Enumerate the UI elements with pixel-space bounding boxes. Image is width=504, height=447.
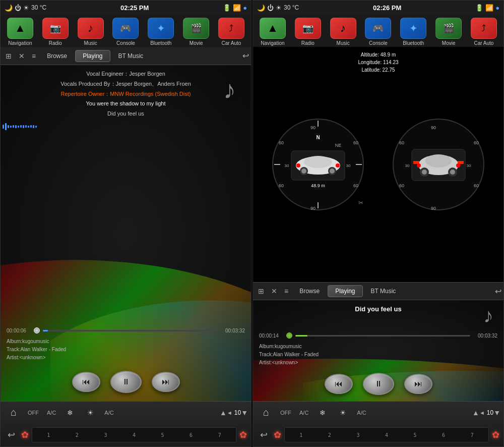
- equalizer-icon-right[interactable]: ⊞: [255, 285, 267, 297]
- volume-control-right[interactable]: ▲: [472, 409, 479, 417]
- wifi-icon-right: 📶: [485, 4, 493, 12]
- app-icons-bar-right: ▲ Navigation 📷 Radio ♪ Music 🎮 Console ✦…: [253, 15, 503, 47]
- seg-6-left: 6: [190, 432, 193, 438]
- svg-text:60: 60: [474, 183, 479, 188]
- back-tab-icon-left[interactable]: ↩: [242, 51, 249, 61]
- app-item-bluetooth-right[interactable]: ✦ Bluetooth: [397, 18, 430, 46]
- battery-icon: 🔋: [223, 4, 231, 12]
- prev-button-left[interactable]: ⏮: [72, 372, 100, 392]
- progress-circle-right[interactable]: [286, 332, 292, 339]
- next-button-left[interactable]: ⏭: [152, 372, 180, 392]
- bluetooth-icon-btn-right[interactable]: ✦: [400, 18, 426, 39]
- music-icon-btn[interactable]: ♪: [78, 18, 104, 39]
- tab-playing-right[interactable]: Playing: [328, 285, 362, 297]
- vol-up-arrow-right[interactable]: ▲: [472, 409, 479, 417]
- app-item-radio[interactable]: 📷 Radio: [39, 18, 72, 46]
- app-item-music-right[interactable]: ♪ Music: [327, 18, 360, 46]
- vol-down-arrow-left[interactable]: ▼: [241, 409, 248, 417]
- time-display-left: 02:25 PM: [120, 4, 149, 12]
- seg-5-right: 5: [414, 432, 417, 438]
- moon-icon-right: 🌙: [257, 4, 265, 12]
- fan-ctrl-icon-right[interactable]: ❄: [312, 404, 333, 422]
- radio-icon-btn[interactable]: 📷: [42, 18, 69, 39]
- bottom-top-left: ⌂ OFF A/C ❄ ☀ A/C ▲ ◄ 10 ▼: [1, 402, 251, 424]
- off-label-right: OFF: [276, 410, 295, 416]
- seg-5-left: 5: [161, 432, 164, 438]
- back-tab-icon-right[interactable]: ↩: [495, 287, 501, 296]
- movie-label: Movie: [190, 40, 203, 46]
- vol-up-arrow-left[interactable]: ▲: [220, 409, 227, 417]
- navigation-icon-btn[interactable]: ▲: [7, 18, 33, 39]
- seg-1-right: 1: [299, 432, 302, 438]
- svg-text:60: 60: [279, 183, 284, 188]
- volume-down-control-left[interactable]: ▼: [241, 409, 248, 417]
- equalizer-icon[interactable]: ⊞: [3, 50, 15, 62]
- svg-text:NE: NE: [335, 143, 342, 148]
- app-item-navigation[interactable]: ▲ Navigation: [4, 18, 37, 46]
- tab-playing-left[interactable]: Playing: [75, 50, 110, 62]
- mini-lyric-text: Did you feel us: [355, 305, 401, 313]
- moon-icon: 🌙: [5, 4, 13, 12]
- status-right-icons: 🔋 📶 ●: [223, 4, 247, 12]
- status-bar-right: 🌙 ⏻ ☀ 30 °C 02:26 PM 🔋 📶 ●: [253, 1, 503, 15]
- carauto-icon-btn-right[interactable]: ⤴: [471, 18, 497, 39]
- volume-number-left: 10: [234, 409, 241, 416]
- tab-btmusic-right[interactable]: BT Music: [364, 286, 403, 297]
- navigation-icon-btn-right[interactable]: ▲: [260, 18, 286, 39]
- tab-btmusic-left[interactable]: BT Music: [111, 50, 151, 62]
- heat-ctrl-icon-left[interactable]: ☀: [80, 404, 100, 422]
- list-icon-right[interactable]: ≡: [281, 285, 291, 297]
- progress-track-right[interactable]: [295, 335, 470, 337]
- music-icon-btn-right[interactable]: ♪: [330, 18, 356, 39]
- progress-circle-left[interactable]: [34, 327, 40, 333]
- power-icon-right: ⏻: [267, 4, 274, 12]
- fan-ctrl-icon-left[interactable]: ❄: [60, 404, 80, 422]
- volume-control-left[interactable]: ▲: [220, 409, 227, 417]
- app-item-music[interactable]: ♪ Music: [74, 18, 107, 46]
- tab-browse-right[interactable]: Browse: [292, 286, 327, 297]
- back-button-left[interactable]: ↩: [5, 429, 18, 440]
- home-button-right[interactable]: ⌂: [256, 404, 276, 422]
- app-item-radio-right[interactable]: 📷 Radio: [291, 18, 325, 46]
- pause-button-right[interactable]: ⏸: [363, 373, 394, 395]
- app-item-carauto[interactable]: ⤴ Car Auto: [215, 18, 248, 46]
- bottom-bar-right: ⌂ OFF A/C ❄ ☀ A/C ▲ ◄ 10 ▼ ↩ ✿ 1 2 3: [253, 401, 503, 446]
- console-icon-btn[interactable]: 🎮: [112, 18, 139, 39]
- app-item-movie[interactable]: 🎬 Movie: [179, 18, 213, 46]
- ac-label-left: A/C: [43, 410, 60, 416]
- home-button-left[interactable]: ⌂: [4, 404, 24, 422]
- tab-browse-left[interactable]: Browse: [40, 50, 74, 62]
- next-button-right[interactable]: ⏭: [404, 374, 432, 394]
- app-item-bluetooth[interactable]: ✦ Bluetooth: [144, 18, 177, 46]
- back-button-right[interactable]: ↩: [257, 429, 271, 440]
- svg-text:30: 30: [346, 163, 351, 168]
- radio-icon-btn-right[interactable]: 📷: [295, 18, 321, 39]
- list-icon[interactable]: ≡: [29, 50, 39, 62]
- app-item-console[interactable]: 🎮 Console: [109, 18, 142, 46]
- close-icon[interactable]: ✕: [16, 50, 28, 62]
- bluetooth-icon: ●: [243, 4, 247, 12]
- app-item-movie-right[interactable]: 🎬 Movie: [432, 18, 465, 46]
- svg-text:90: 90: [310, 206, 316, 211]
- console-icon-btn-right[interactable]: 🎮: [365, 18, 391, 39]
- volume-speaker-icon-right: ◄: [479, 410, 485, 416]
- heat-ctrl-icon-right[interactable]: ☀: [333, 404, 353, 422]
- bluetooth-icon-right: ●: [495, 4, 499, 12]
- app-item-console-right[interactable]: 🎮 Console: [361, 18, 395, 46]
- bluetooth-icon-btn[interactable]: ✦: [148, 18, 174, 39]
- svg-point-43: [450, 170, 455, 175]
- carauto-icon-btn[interactable]: ⤴: [218, 18, 244, 39]
- volume-down-control-right[interactable]: ▼: [493, 409, 500, 417]
- app-item-navigation-right[interactable]: ▲ Navigation: [256, 18, 289, 46]
- movie-icon-btn-right[interactable]: 🎬: [435, 18, 462, 39]
- prev-button-right[interactable]: ⏮: [325, 374, 353, 394]
- progress-bar-row-left: 00:00:06 00:03:32: [7, 327, 245, 333]
- movie-icon-btn[interactable]: 🎬: [183, 18, 209, 39]
- svg-text:90: 90: [431, 206, 436, 211]
- svg-text:60: 60: [399, 183, 404, 188]
- vol-down-arrow-right[interactable]: ▼: [493, 409, 500, 417]
- close-icon-right[interactable]: ✕: [268, 285, 280, 297]
- pause-button-left[interactable]: ⏸: [110, 371, 142, 393]
- progress-track-left[interactable]: [43, 330, 218, 331]
- app-item-carauto-right[interactable]: ⤴ Car Auto: [467, 18, 500, 46]
